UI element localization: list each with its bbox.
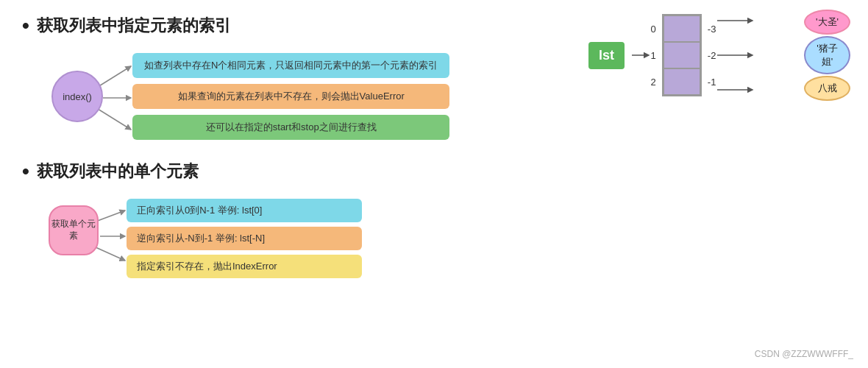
get-single-box-3: 指定索引不存在，抛出IndexError <box>127 255 362 278</box>
cloud-label-2: 八戒 <box>804 76 850 101</box>
lst-index-2: 2 <box>651 68 659 95</box>
lst-arrow-svg <box>630 7 651 103</box>
section2-left: • 获取列表中的单个元素 获取单个元 <box>22 160 574 277</box>
lst-array <box>662 14 702 96</box>
lst-index-n3: -3 <box>705 15 716 42</box>
info-boxes: 如查列表中存在N个相同元素，只返回相同元素中的第一个元素的索引 如果查询的元素在… <box>132 53 449 140</box>
lst-index-n2: -2 <box>705 42 716 68</box>
svg-line-7 <box>96 210 125 222</box>
get-single-boxes: 正向索引从0到N-1 举例: lst[0] 逆向索引从-N到-1 举例: lst… <box>127 199 362 278</box>
section2-title: • 获取列表中的单个元素 <box>22 160 574 183</box>
lst-diagram: lst 0 1 2 <box>588 7 850 103</box>
get-single-wrapper: 获取单个元素 正向索引从0到N-1 举例: lst[0] 逆向索引从-N到-1 … <box>44 196 574 277</box>
lst-index-n1: -1 <box>705 68 716 95</box>
lst-indices-right: -3 -2 -1 <box>705 15 716 95</box>
svg-line-0 <box>98 66 131 87</box>
section2: • 获取列表中的单个元素 获取单个元 <box>22 160 846 277</box>
info-box-3: 还可以在指定的start和stop之间进行查找 <box>132 115 449 140</box>
info-box-1: 如查列表中存在N个相同元素，只返回相同元素中的第一个元素的索引 <box>132 53 449 78</box>
index-diagram-wrapper: index() 如查列表中存在N个相同元素，只返回相同元素中的第一个元素的索引 … <box>44 50 574 146</box>
watermark: CSDN @ZZZWWWFFF_ <box>755 349 853 359</box>
lst-indices-left: 0 1 2 <box>651 15 659 95</box>
get-single-bubble: 获取单个元素 <box>49 205 99 255</box>
section1-left: • 获取列表中指定元素的索引 <box>22 15 574 146</box>
info-box-2: 如果查询的元素在列表中不存在，则会抛出ValueError <box>132 84 449 109</box>
get-single-box-1: 正向索引从0到N-1 举例: lst[0] <box>127 199 362 222</box>
cloud-arrows-svg <box>716 7 804 103</box>
index-bubble: index() <box>51 71 103 122</box>
lst-index-0: 0 <box>651 15 659 42</box>
cloud-label-0: '大圣' <box>804 10 850 35</box>
lst-cell-2 <box>664 68 700 95</box>
lst-cell-1 <box>664 42 700 68</box>
main-container: • 获取列表中指定元素的索引 <box>0 0 868 368</box>
section1-title: • 获取列表中指定元素的索引 <box>22 15 574 37</box>
lst-label: lst <box>588 42 625 69</box>
cloud-label-1: '猪子姐' <box>804 36 850 74</box>
get-single-box-2: 逆向索引从-N到-1 举例: lst[-N] <box>127 227 362 250</box>
section1: • 获取列表中指定元素的索引 <box>22 15 846 146</box>
lst-labels-right: '大圣' '猪子姐' 八戒 <box>804 10 850 101</box>
lst-index-1: 1 <box>651 42 659 68</box>
svg-line-2 <box>98 109 131 130</box>
section1-right: lst 0 1 2 <box>588 7 850 103</box>
svg-line-9 <box>96 247 125 261</box>
lst-cell-0 <box>664 15 700 42</box>
